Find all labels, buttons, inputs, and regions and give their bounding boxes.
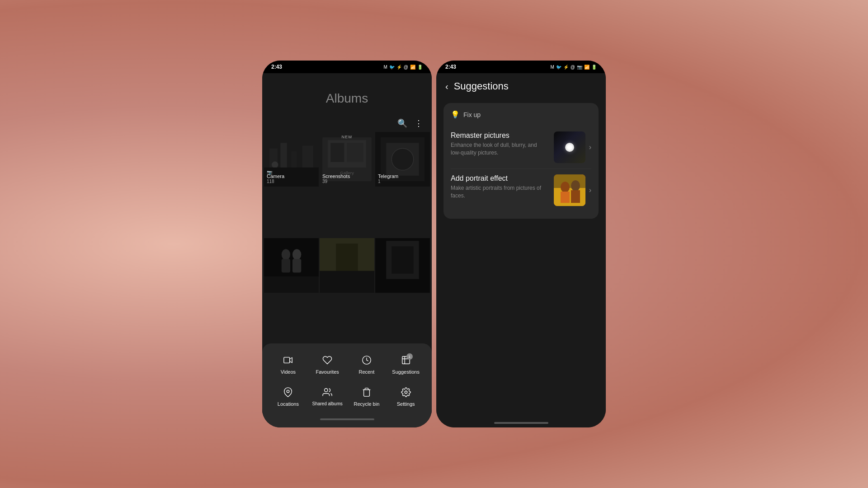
mail-icon-r: M — [551, 65, 554, 70]
status-bar-left: 2:43 M 🐦 ⚡ @ 📶 🔋 — [262, 61, 432, 73]
drawer-item-recent[interactable]: Recent — [348, 351, 386, 379]
svg-rect-4 — [302, 145, 313, 170]
album-label-screenshots: Screenshots 39 — [322, 174, 350, 184]
svg-rect-40 — [561, 192, 570, 203]
svg-point-36 — [405, 391, 407, 394]
status-time-left: 2:43 — [271, 64, 282, 70]
suggestions-card: 💡 Fix up Remaster pictures Enhance the l… — [443, 103, 599, 219]
album-name-screenshots: Screenshots — [322, 174, 350, 179]
suggestions-page-title: Suggestions — [454, 80, 509, 92]
mail-icon: M — [384, 65, 387, 70]
bottom-drawer: Videos Favourites — [262, 343, 432, 427]
favourites-label: Favourites — [316, 369, 339, 375]
album-item-row2-1[interactable] — [264, 238, 319, 293]
camera-icon-r: 📷 — [577, 65, 582, 70]
portrait-desc: Make artistic portraits from pictures of… — [451, 184, 548, 200]
drawer-row-1: Videos Favourites — [269, 351, 425, 379]
svg-rect-31 — [284, 357, 290, 363]
locations-label: Locations — [278, 401, 299, 407]
fix-up-label: Fix up — [463, 111, 481, 118]
album-count-telegram: 1 — [378, 179, 398, 184]
remaster-content: Remaster pictures Enhance the look of du… — [451, 131, 548, 157]
album-label-telegram: Telegram 1 — [378, 174, 398, 184]
left-content: Albums 🔍 ⋮ — [262, 73, 432, 427]
album-item-screenshots[interactable]: Gallery NEW Screenshots 39 — [320, 132, 374, 187]
album-item-row2-2[interactable] — [320, 238, 374, 293]
albums-title-area: Albums — [262, 73, 432, 115]
status-icons-left: M 🐦 ⚡ @ 📶 🔋 — [384, 65, 423, 70]
locations-icon — [283, 387, 293, 399]
suggestions-icon: 1 — [401, 355, 411, 367]
moon-image — [565, 143, 574, 152]
at-icon-r: @ — [571, 65, 575, 70]
suggestion-item-portrait[interactable]: Add portrait effect Make artistic portra… — [451, 169, 591, 211]
toolbar: 🔍 ⋮ — [262, 115, 432, 132]
svg-rect-21 — [292, 259, 301, 272]
album-item-row2-3[interactable] — [375, 238, 430, 293]
remaster-desc: Enhance the look of dull, blurry, and lo… — [451, 141, 548, 157]
more-icon[interactable]: ⋮ — [415, 118, 423, 128]
svg-point-35 — [325, 389, 328, 392]
drawer-item-recycle-bin[interactable]: Recycle bin — [348, 383, 386, 411]
suggestions-label: Suggestions — [392, 369, 420, 375]
svg-rect-42 — [571, 190, 580, 203]
drawer-item-shared-albums[interactable]: Shared albums — [309, 383, 346, 411]
drawer-item-settings[interactable]: Settings — [387, 383, 425, 411]
settings-icon — [401, 387, 411, 399]
portrait-thumb — [554, 174, 585, 206]
back-button[interactable]: ‹ — [445, 81, 448, 92]
suggestions-header: ‹ Suggestions — [436, 73, 606, 99]
battery-icon-r: 🔋 — [591, 65, 597, 70]
svg-rect-25 — [336, 244, 358, 274]
svg-rect-29 — [392, 246, 413, 274]
twitter-icon-r: 🐦 — [556, 65, 561, 70]
svg-rect-10 — [330, 143, 344, 162]
album-item-telegram[interactable]: Telegram 1 — [375, 132, 430, 187]
home-indicator-left — [269, 415, 425, 424]
svg-point-41 — [571, 180, 580, 191]
svg-point-16 — [392, 148, 413, 170]
svg-rect-2 — [280, 143, 287, 170]
suggestion-item-remaster[interactable]: Remaster pictures Enhance the look of du… — [451, 126, 591, 169]
phone-left: 2:43 M 🐦 ⚡ @ 📶 🔋 Albums 🔍 ⋮ — [262, 61, 432, 427]
svg-rect-11 — [347, 143, 363, 162]
drawer-item-videos[interactable]: Videos — [269, 351, 307, 379]
drawer-item-favourites[interactable]: Favourites — [309, 351, 346, 379]
svg-rect-3 — [292, 151, 297, 170]
svg-rect-26 — [320, 271, 374, 293]
new-badge-screenshots: NEW — [342, 135, 353, 139]
search-icon[interactable]: 🔍 — [397, 118, 407, 128]
album-item-camera[interactable]: 📷 Camera 118 — [264, 132, 319, 187]
album-label-camera: Camera 118 — [267, 174, 284, 184]
battery-icon: 🔋 — [417, 65, 423, 70]
album-count-camera: 118 — [267, 179, 284, 184]
recycle-bin-label: Recycle bin — [354, 401, 379, 407]
status-time-right: 2:43 — [445, 64, 456, 70]
drawer-item-suggestions[interactable]: 1 Suggestions — [387, 351, 425, 379]
remaster-name: Remaster pictures — [451, 131, 548, 140]
svg-rect-22 — [264, 277, 319, 293]
recent-label: Recent — [359, 369, 374, 375]
portrait-name: Add portrait effect — [451, 174, 548, 183]
album-name-telegram: Telegram — [378, 174, 398, 179]
album-name-camera: Camera — [267, 174, 284, 179]
right-content: ‹ Suggestions 💡 Fix up Remaster pictures… — [436, 73, 606, 427]
shared-albums-label: Shared albums — [312, 401, 342, 406]
shared-albums-icon — [322, 387, 332, 399]
status-bar-right: 2:43 M 🐦 ⚡ @ 📷 📶 🔋 — [436, 61, 606, 73]
remaster-chevron-icon: › — [589, 143, 591, 151]
twitter-icon: 🐦 — [389, 65, 395, 70]
suggestions-badge: 1 — [406, 353, 413, 360]
svg-point-5 — [272, 161, 278, 168]
drawer-item-locations[interactable]: Locations — [269, 383, 307, 411]
svg-point-18 — [282, 249, 290, 260]
favourites-icon — [322, 355, 332, 367]
portrait-chevron-icon: › — [589, 186, 591, 194]
settings-label: Settings — [397, 401, 415, 407]
remaster-thumb — [554, 131, 585, 163]
home-indicator-right — [436, 422, 606, 424]
album-grid: 📷 Camera 118 Gallery — [262, 132, 432, 343]
svg-rect-19 — [282, 259, 290, 272]
svg-point-39 — [561, 182, 570, 192]
recycle-bin-icon — [362, 387, 372, 399]
